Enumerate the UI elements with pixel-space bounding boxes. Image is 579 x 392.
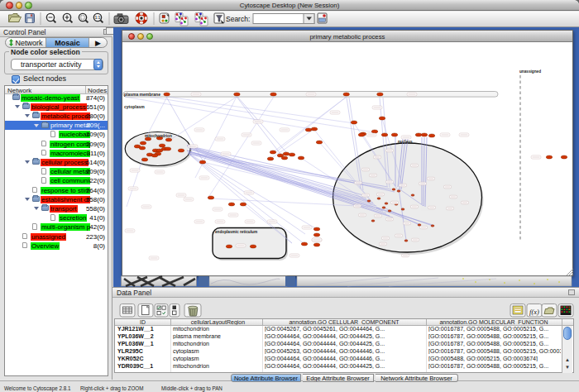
svg-text:1:1: 1:1 bbox=[95, 16, 101, 20]
